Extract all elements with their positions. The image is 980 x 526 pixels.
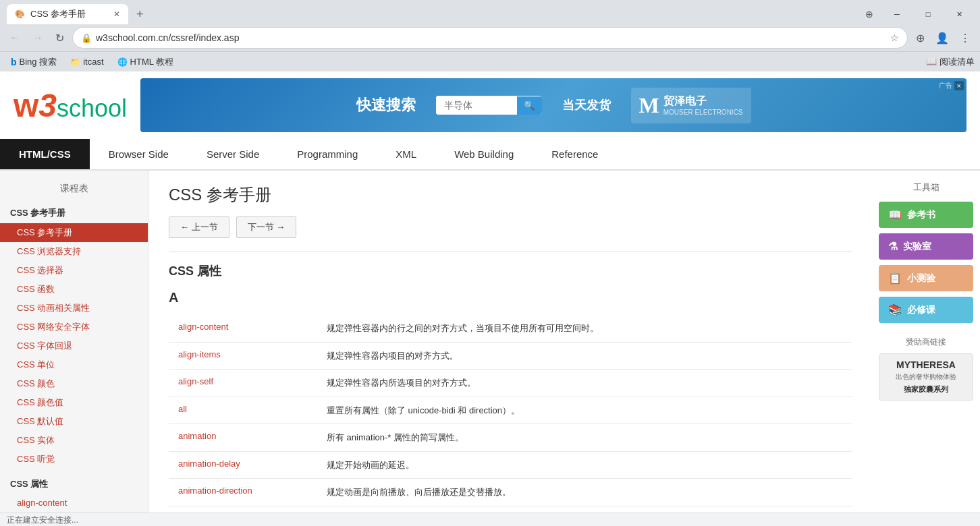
css-property-link[interactable]: animation-direction [178,486,252,496]
bookmark-html[interactable]: 🌐 HTML 教程 [112,55,180,69]
ad-search-button[interactable]: 🔍 [517,96,542,115]
bookmark-bing-label: Bing 搜索 [20,56,57,68]
back-button[interactable]: ← [5,29,24,47]
close-button[interactable]: ✕ [944,4,975,24]
sidebar-item-css-aural[interactable]: CSS 听觉 [0,450,148,469]
tool-btn-参考书[interactable]: 📖参考书 [879,202,973,228]
prev-button[interactable]: ← 上一节 [169,216,229,238]
table-row: animation-delay 规定开始动画的延迟。 [169,451,852,479]
sidebar-section-title-2: CSS 属性 [0,474,148,494]
ad-search-label: 快速搜索 [356,95,416,115]
w3school-logo: w 3 school [13,87,127,124]
css-property-link[interactable]: all [178,404,187,414]
nav-item-programming[interactable]: Programming [278,139,377,169]
css-property-desc: 重置所有属性（除了 unicode-bidi 和 direction）。 [317,397,852,424]
nav-item-web-building[interactable]: Web Building [435,139,533,169]
ad-search-input[interactable] [436,96,517,115]
properties-table: align-content 规定弹性容器内的行之间的对齐方式，当项目不使用所有可… [169,315,852,526]
nav-item-server-side[interactable]: Server Side [188,139,278,169]
next-button[interactable]: 下一节 → [236,216,297,238]
css-property-link[interactable]: align-content [178,322,228,332]
sidebar-item-css-browser[interactable]: CSS 浏览器支持 [0,242,148,261]
bookmark-bing[interactable]: b Bing 搜索 [5,55,62,69]
css-property-link[interactable]: animation-delay [178,459,240,469]
page-title: CSS 参考手册 [169,184,852,206]
sidebar-item-css-entity[interactable]: CSS 实体 [0,431,148,450]
ad-close-button[interactable]: × [954,81,964,90]
css-property-link[interactable]: align-self [178,376,213,386]
read-mode-button[interactable]: 📖 阅读清单 [926,56,975,68]
status-bar: 正在建立安全连接... [0,513,980,526]
nav-item-browser-side[interactable]: Browser Side [90,139,188,169]
sidebar-item-css-units[interactable]: CSS 单位 [0,355,148,374]
right-sidebar-title: 工具箱 [879,177,973,202]
reload-button[interactable]: ↻ [51,29,68,47]
tool-label: 实验室 [903,241,931,253]
main-content: CSS 参考手册 ← 上一节 下一节 → CSS 属性 A align-cont… [148,171,872,526]
css-property-desc: 规定弹性容器内项目的对齐方式。 [317,342,852,370]
forward-button[interactable]: → [28,29,47,47]
sidebar-item-css-ref[interactable]: CSS 参考手册 [0,223,148,242]
menu-button[interactable]: ⋮ [956,29,975,47]
bookmark-html-label: HTML 教程 [130,56,174,68]
star-button[interactable]: ☆ [890,32,899,43]
nav-item-html-css[interactable]: HTML/CSS [0,139,90,169]
url-display[interactable]: w3school.com.cn/cssref/index.asp [96,32,886,43]
sidebar-item-css-webfont[interactable]: CSS 网络安全字体 [0,318,148,337]
active-tab[interactable]: 🎨 CSS 参考手册 ✕ [7,4,128,24]
main-layout: 课程表 CSS 参考手册 CSS 参考手册 CSS 浏览器支持 CSS 选择器 … [0,171,980,526]
mouser-m: M [639,93,659,118]
sidebar-item-css-anim[interactable]: CSS 动画相关属性 [0,299,148,318]
sponsor-brand: MYTHERESA [885,359,967,370]
css-property-link[interactable]: align-items [178,349,221,359]
css-tab-icon: 🎨 [15,9,25,19]
logo-area: w 3 school 快速搜索 🔍 当天发货 M 贸泽电子 MOUSER ELE… [0,71,980,139]
extensions-button[interactable]: ⊕ [912,29,929,47]
divider [169,252,852,252]
new-tab-button[interactable]: + [131,5,149,24]
tab-title: CSS 参考手册 [30,8,86,20]
table-row: align-content 规定弹性容器内的行之间的对齐方式，当项目不使用所有可… [169,315,852,342]
tab-profile-button[interactable]: ⊕ [865,9,873,20]
table-row: animation 所有 animation-* 属性的简写属性。 [169,424,852,452]
sidebar-item-css-func[interactable]: CSS 函数 [0,280,148,299]
logo-school: school [57,94,127,123]
lock-icon: 🔒 [81,33,92,43]
ad-label: 广告 [939,81,952,90]
sponsor-title: 赞助商链接 [879,334,973,353]
tool-label: 必修课 [907,304,935,316]
tool-icon: 📋 [888,272,902,285]
sidebar-section-title: CSS 参考手册 [0,203,148,223]
logo-3: 3 [38,87,57,124]
nav-item-reference[interactable]: Reference [533,139,617,169]
sidebar-item-align-content[interactable]: align-content [0,494,148,511]
logo-w: w [13,87,38,124]
profile-button[interactable]: 👤 [931,29,953,47]
tool-btn-必修课[interactable]: 📚必修课 [879,297,973,323]
sidebar-item-css-fontfallback[interactable]: CSS 字体回退 [0,337,148,355]
tab-close-button[interactable]: ✕ [113,9,120,19]
maximize-button[interactable]: □ [913,4,944,24]
folder-icon: 📁 [70,57,80,67]
read-mode-icon: 📖 [926,57,937,67]
minimize-button[interactable]: ─ [881,4,913,24]
nav-item-xml[interactable]: XML [377,139,435,169]
tool-btn-实验室[interactable]: ⚗实验室 [879,233,973,260]
read-mode-label: 阅读清单 [940,56,975,68]
ad-label-area: 广告 × [939,81,964,90]
bookmark-itcast-label: itcast [83,57,103,67]
sponsor-section: 赞助商链接 MYTHERESA 出色的奢华购物体验 独家胶囊系列 [879,334,973,401]
tool-label: 小测验 [907,272,935,285]
sidebar-item-css-selector[interactable]: CSS 选择器 [0,261,148,280]
sidebar-item-css-colorvals[interactable]: CSS 颜色值 [0,393,148,412]
top-navigation: HTML/CSS Browser Side Server Side Progra… [0,139,980,171]
sponsor-ad: MYTHERESA 出色的奢华购物体验 独家胶囊系列 [879,353,973,401]
address-bar: 🔒 w3school.com.cn/cssref/index.asp ☆ [72,27,908,49]
css-property-link[interactable]: animation [178,431,216,441]
tool-btn-小测验[interactable]: 📋小测验 [879,265,973,291]
sidebar-item-css-colors[interactable]: CSS 颜色 [0,374,148,393]
right-sidebar: 工具箱 📖参考书⚗实验室📋小测验📚必修课 赞助商链接 MYTHERESA 出色的… [872,171,980,526]
sidebar-item-css-defaults[interactable]: CSS 默认值 [0,412,148,431]
table-row: animation-direction 规定动画是向前播放、向后播放还是交替播放… [169,479,852,506]
bookmark-itcast[interactable]: 📁 itcast [65,55,109,68]
